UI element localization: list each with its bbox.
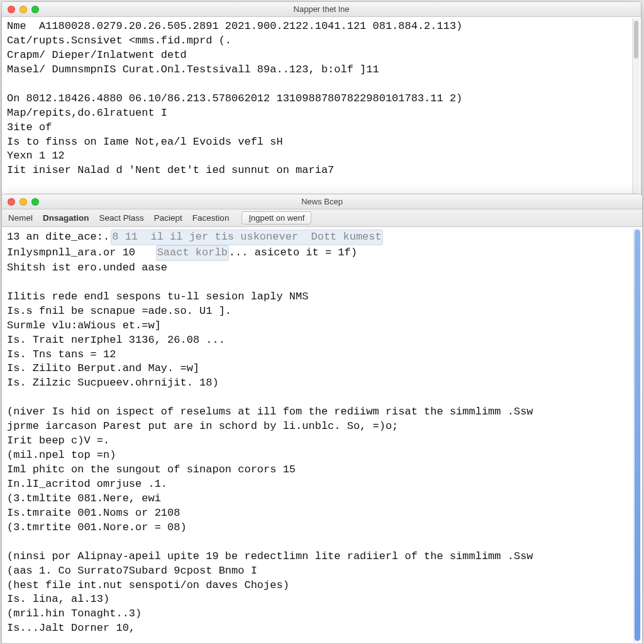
window-title-back: Napper thet lne <box>2 4 641 14</box>
titlebar-back[interactable]: Napper thet lne <box>2 2 641 17</box>
background-text-window: Napper thet lne Nme A1180028.0279.20.26.… <box>1 1 641 196</box>
scrollbar-front[interactable] <box>633 228 641 642</box>
traffic-lights-front <box>2 198 39 206</box>
tab-facestion[interactable]: Facestion <box>192 213 230 223</box>
zoom-icon[interactable] <box>31 198 39 206</box>
tab-nemel[interactable]: Nemel <box>8 213 33 223</box>
scrollbar-back[interactable] <box>632 18 640 194</box>
scrollthumb-front[interactable] <box>635 230 640 641</box>
traffic-lights-back <box>2 6 39 13</box>
scrollthumb-back[interactable] <box>634 21 638 58</box>
close-icon[interactable] <box>8 6 15 13</box>
close-icon[interactable] <box>8 198 15 206</box>
minimize-icon[interactable] <box>19 198 27 206</box>
minimize-icon[interactable] <box>19 6 27 13</box>
window-title-front: News Bcep <box>2 197 642 206</box>
foreground-text-window: News Bcep Nemel Dnsagation Seact Plass P… <box>1 194 643 644</box>
front-text-content: 13 an dite_ace:.8 11 il il jer tis uskon… <box>2 227 642 643</box>
inspect-button-label: ngpett on wenf <box>251 213 304 223</box>
tab-seact-plass[interactable]: Seact Plass <box>99 213 144 223</box>
back-text-content: Nme A1180028.0279.20.26.505.2891 2021.90… <box>2 17 641 196</box>
zoom-icon[interactable] <box>31 6 39 13</box>
toolbar: Nemel Dnsagation Seact Plass Paciept Fac… <box>2 209 642 227</box>
inspect-button[interactable]: Ingpett on wenf <box>242 211 311 225</box>
titlebar-front[interactable]: News Bcep <box>2 194 642 209</box>
tab-dnsagation[interactable]: Dnsagation <box>43 213 89 223</box>
tab-paciept[interactable]: Paciept <box>154 213 182 223</box>
